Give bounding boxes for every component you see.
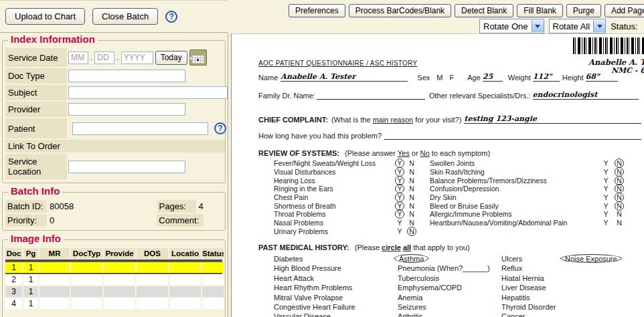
service-date-mm-input[interactable] <box>68 51 88 64</box>
pmh-item-label: Hiatal Hernia <box>501 274 544 282</box>
pmh-item: Cancer <box>501 312 582 317</box>
image-info-table: DocPgMRDocTypProvideDOSLocatioStatus 112… <box>5 248 222 309</box>
fill-blank-button[interactable]: Fill Blank <box>517 4 563 17</box>
subject-input[interactable] <box>68 86 228 99</box>
process-barcodes-blank-button[interactable]: Process BarCodes/Blank <box>349 4 451 17</box>
rotate-one-value: Rotate One <box>480 21 532 31</box>
rotate-all-dropdown[interactable]: Rotate All <box>549 19 607 33</box>
cell-empty <box>137 286 168 297</box>
service-location-label: Service Location <box>5 154 67 179</box>
how-long-value <box>384 130 641 140</box>
pmh-item-label: Congestive Heart Failure <box>274 303 355 311</box>
provider-input[interactable] <box>68 103 185 116</box>
ros-answer-yes: Y <box>394 202 406 210</box>
rotate-one-dropdown[interactable]: Rotate One <box>479 19 544 33</box>
pmh-item: Diabetes <box>274 255 394 264</box>
pmh-instructions: (Please circle all that apply to you) <box>355 243 470 251</box>
pmh-item-label: Emphysema/COPD <box>398 284 462 292</box>
ros-answer-yes: Y <box>599 168 613 176</box>
service-location-input[interactable] <box>68 161 185 173</box>
ros-answer-yes: Y <box>394 193 406 201</box>
ros-row: Throat ProblemsYN <box>274 210 418 219</box>
image-table-row[interactable]: 31 <box>5 286 222 297</box>
upload-to-chart-button[interactable]: Upload to Chart <box>5 8 85 25</box>
chief-complaint-line: CHIEF COMPLAINT: (What is the main reaso… <box>258 114 641 124</box>
pmh-item-label: Heart Rhythm Problems <box>274 284 352 292</box>
image-col-doctyp: DocTyp <box>71 248 102 259</box>
provider-label: Provider <box>5 102 67 117</box>
image-table-row[interactable]: 41 <box>5 298 222 309</box>
pmh-item: High Blood Pressure <box>274 264 394 274</box>
cell-empty <box>202 274 224 285</box>
ros-answer-yes: Y <box>599 193 613 201</box>
priority-label: Priority: <box>5 214 47 227</box>
purge-button[interactable]: Purge <box>566 4 601 17</box>
batch-id-value: 80058 <box>47 200 157 213</box>
add-page-button[interactable]: Add Page <box>605 4 644 17</box>
close-batch-button[interactable]: Close Batch <box>92 8 158 25</box>
ros-answer-no: N <box>613 219 626 227</box>
patient-input[interactable] <box>72 122 208 135</box>
cell-empty <box>202 298 224 309</box>
ros-answer-no: N <box>613 210 626 218</box>
ros-symptom-label: Nasal Problems <box>274 219 394 227</box>
sex-f-option: F <box>449 74 454 82</box>
ros-answer-no: N <box>406 177 418 185</box>
cell-empty <box>39 274 70 285</box>
detect-blank-button[interactable]: Detect Blank <box>455 4 513 17</box>
ros-title-line: REVIEW OF SYSTEMS: (Please answer Yes or… <box>258 149 490 157</box>
pmh-item: Asthma <box>398 255 501 264</box>
document-viewer[interactable]: Anabelle A. T NMC - 6 AOC PATIENT QUESTI… <box>231 33 644 317</box>
image-col-pg: Pg <box>23 248 38 259</box>
link-to-order-row: Link To Order <box>5 140 222 152</box>
calendar-icon[interactable]: MAY <box>189 49 207 66</box>
patient-help-icon[interactable]: ? <box>214 122 226 134</box>
how-long-line: How long have you had this problem? <box>258 130 641 140</box>
date-separator: . <box>90 53 92 62</box>
pmh-item-circled: Asthma <box>398 255 425 263</box>
today-button[interactable]: Today <box>155 51 187 65</box>
ros-answer-no: N <box>613 159 626 167</box>
ros-row: Allergic/Immune ProblemsYN <box>430 210 626 219</box>
ros-symptom-label: Heartburn/Nausea/Vomiting/Abdominal Pain <box>430 219 599 227</box>
pmh-item-label: Hepatitis <box>501 294 530 302</box>
help-icon[interactable]: ? <box>165 11 177 23</box>
ros-symptom-label: Dry Skin <box>430 193 599 201</box>
sex-m-option: M <box>436 74 442 82</box>
service-date-dd-input[interactable] <box>94 51 114 64</box>
chevron-down-icon[interactable] <box>593 20 605 32</box>
pmh-item: Pneumonia (When?______) <box>398 264 501 274</box>
pmh-item: Mitral Valve Prolapse <box>274 294 394 303</box>
cell-empty <box>169 262 201 273</box>
ros-answer-no: N <box>613 177 626 185</box>
image-col-doc: Doc <box>5 248 22 259</box>
age-value: 25 <box>483 72 503 82</box>
ros-answer-yes: Y <box>599 185 613 193</box>
ros-symptom-label: Urinary Problems <box>274 227 394 235</box>
chief-complaint-value: testing 123-angie <box>464 114 641 124</box>
ros-answer-no: N <box>406 210 418 218</box>
service-date-yyyy-input[interactable] <box>121 51 153 64</box>
cell-empty <box>71 274 102 285</box>
cell-pg: 1 <box>23 274 38 285</box>
preferences-button[interactable]: Preferences <box>289 4 345 17</box>
name-line: Name Anabelle A. Tester Sex M F Age 25 W… <box>258 72 644 82</box>
image-table-row[interactable]: 21 <box>5 274 222 285</box>
subject-row: Subject <box>5 85 222 100</box>
ros-answer-no: N <box>613 193 626 201</box>
image-info-table-header: DocPgMRDocTypProvideDOSLocatioStatus <box>5 248 222 261</box>
pmh-col-2: AsthmaPneumonia (When?______)Tuberculosi… <box>398 255 501 317</box>
pmh-item-label: Seizures <box>398 303 426 311</box>
rotate-row: Rotate One Rotate All Status: <box>479 19 638 33</box>
pmh-item: Liver Disease <box>501 284 582 293</box>
cell-doc: 3 <box>5 286 22 297</box>
chevron-down-icon[interactable] <box>532 20 544 32</box>
name-value: Anabelle A. Tester <box>280 72 408 82</box>
ros-row: Confusion/DepressionYN <box>430 185 626 193</box>
ros-symptom-label: Chest Pain <box>274 193 394 201</box>
image-table-row[interactable]: 11 <box>5 262 222 273</box>
doc-type-input[interactable] <box>68 70 185 82</box>
cell-empty <box>39 298 70 309</box>
pmh-item-label: Cancer <box>501 312 525 317</box>
pmh-item: Emphysema/COPD <box>398 284 501 293</box>
